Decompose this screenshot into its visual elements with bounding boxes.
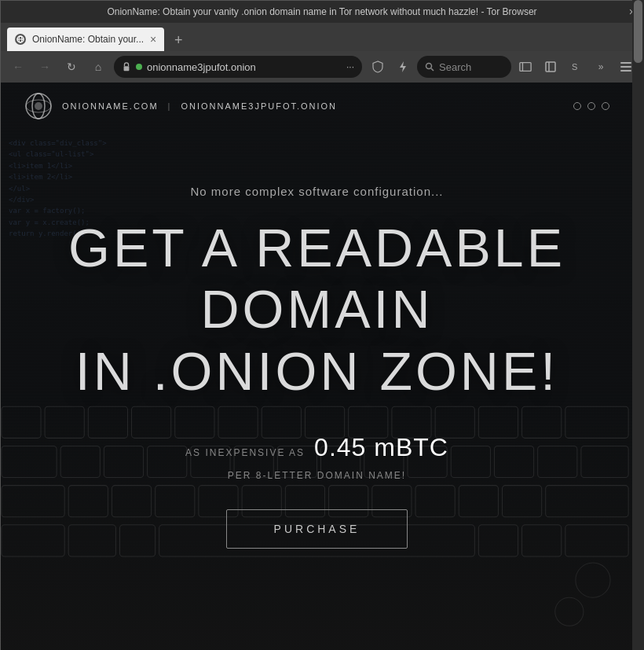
lightning-icon[interactable] [392, 56, 414, 78]
toolbar-icons: Search S » [367, 56, 637, 78]
forward-button[interactable]: → [34, 56, 56, 78]
scrollbar-track[interactable] [632, 0, 644, 650]
search-text: Search [439, 61, 471, 73]
svg-point-4 [426, 64, 432, 69]
price-row: AS INEXPENSIVE AS 0.45 mBTC [185, 433, 448, 462]
new-tab-button[interactable]: + [167, 29, 189, 51]
price-value: 0.45 mBTC [314, 433, 448, 462]
active-tab[interactable]: OnionName: Obtain your... × [7, 28, 164, 51]
search-box[interactable]: Search [417, 56, 511, 78]
svg-line-5 [431, 68, 434, 71]
reload-button[interactable]: ↻ [60, 56, 82, 78]
shield-icon[interactable] [367, 56, 389, 78]
nav-dot-1[interactable] [573, 102, 581, 110]
browser-window: OnionName: Obtain your vanity .onion dom… [0, 0, 644, 650]
svg-rect-13 [620, 70, 631, 72]
sidebar-icon[interactable] [540, 56, 562, 78]
hero-section: No more complex software configuration..… [1, 83, 633, 650]
site-logo: ONIONNAME.COM | ONIONNAME3JPUFOT.ONION [24, 92, 337, 120]
svg-text:S: S [572, 62, 577, 72]
svg-rect-12 [620, 66, 631, 68]
purchase-button[interactable]: PURCHASE [226, 509, 408, 549]
title-bar: OnionName: Obtain your vanity .onion dom… [1, 1, 643, 23]
lock-icon [122, 62, 131, 72]
logo-text-group: ONIONNAME.COM | ONIONNAME3JPUFOT.ONION [62, 101, 337, 111]
address-bar: ← → ↻ ⌂ onionname3jpufot.onion ··· [1, 51, 643, 83]
content-area: <div class="div_class"> <ul class="ul-li… [1, 83, 643, 650]
hero-title: GET A READABLE DOMAIN IN .ONION ZONE! [68, 217, 565, 402]
scrollbar-thumb[interactable] [634, 0, 642, 63]
url-field[interactable]: onionname3jpufot.onion ··· [114, 56, 362, 78]
site-logo-domain: ONIONNAME3JPUFOT.ONION [181, 101, 337, 111]
site-logo-name: ONIONNAME.COM [62, 101, 159, 111]
nav-dots[interactable] [573, 102, 609, 110]
home-button[interactable]: ⌂ [87, 56, 109, 78]
svg-rect-8 [546, 62, 555, 72]
hero-subtitle: No more complex software configuration..… [191, 185, 444, 198]
tab-favicon [15, 34, 26, 45]
logo-icon [24, 92, 53, 120]
price-label: AS INEXPENSIVE AS [185, 447, 305, 458]
bookmarks-icon[interactable] [514, 56, 536, 78]
hero-title-line1: GET A READABLE [68, 218, 565, 277]
logo-separator: | [168, 101, 172, 111]
hero-title-line2: DOMAIN [200, 279, 433, 339]
sync-icon[interactable]: S [565, 56, 587, 78]
overflow-icon[interactable]: » [590, 56, 612, 78]
price-description: PER 8-LETTER DOMAIN NAME! [228, 470, 406, 481]
tab-label: OnionName: Obtain your... [32, 34, 144, 45]
address-menu-button[interactable]: ··· [346, 61, 354, 72]
svg-point-67 [35, 102, 42, 110]
nav-dot-2[interactable] [587, 102, 595, 110]
secure-indicator [136, 64, 142, 70]
back-button[interactable]: ← [7, 56, 29, 78]
tab-bar: OnionName: Obtain your... × + [1, 23, 643, 51]
svg-rect-6 [520, 63, 531, 72]
nav-dot-3[interactable] [602, 102, 609, 110]
search-icon [425, 62, 434, 72]
hero-title-line3: IN .ONION ZONE! [75, 341, 558, 401]
svg-rect-3 [124, 66, 130, 71]
webpage: <div class="div_class"> <ul class="ul-li… [1, 83, 633, 650]
url-text: onionname3jpufot.onion [147, 61, 342, 73]
svg-rect-11 [620, 62, 631, 64]
site-nav: ONIONNAME.COM | ONIONNAME3JPUFOT.ONION [1, 83, 633, 130]
tab-close-button[interactable]: × [150, 33, 156, 46]
title-bar-text: OnionName: Obtain your vanity .onion dom… [107, 6, 536, 17]
